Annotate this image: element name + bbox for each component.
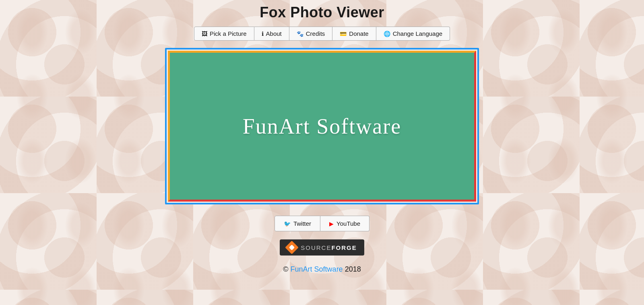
sourceforge-badge[interactable]: SOURCEFORGE — [280, 239, 364, 256]
pick-picture-button[interactable]: 🖼 Pick a Picture — [194, 27, 254, 41]
company-link[interactable]: FunArt Software — [291, 265, 345, 273]
info-icon: ℹ — [262, 31, 264, 37]
sourceforge-label: SOURCEFORGE — [301, 244, 357, 251]
image-display-outer: FunArt Software — [165, 48, 479, 204]
donate-button[interactable]: 💳 Donate — [332, 27, 376, 41]
credits-button[interactable]: 🐾 Credits — [289, 27, 333, 41]
about-label: About — [266, 30, 282, 37]
change-language-button[interactable]: 🌐 Change Language — [376, 27, 450, 41]
footer-copyright: © FunArt Software 2018 — [283, 265, 361, 274]
twitter-label: Twitter — [293, 220, 311, 227]
toolbar: 🖼 Pick a Picture ℹ About 🐾 Credits 💳 Don… — [194, 27, 450, 41]
youtube-label: YouTube — [336, 220, 360, 227]
about-button[interactable]: ℹ About — [254, 27, 289, 41]
credits-label: Credits — [306, 30, 325, 37]
sf-forge-text: FORGE — [331, 244, 357, 251]
change-language-label: Change Language — [393, 30, 442, 37]
funart-logo: FunArt Software — [243, 114, 401, 139]
paw-icon: 🐾 — [297, 31, 303, 37]
donate-icon: 💳 — [340, 31, 347, 37]
page-wrapper: Fox Photo Viewer 🖼 Pick a Picture ℹ Abou… — [0, 0, 644, 305]
youtube-button[interactable]: ▶ YouTube — [320, 216, 369, 231]
copyright-symbol: © — [283, 265, 288, 273]
picture-icon: 🖼 — [202, 31, 207, 37]
image-display-inner: FunArt Software — [168, 51, 476, 202]
footer-year: 2018 — [345, 265, 361, 273]
sourceforge-diamond-icon — [285, 241, 299, 254]
app-title: Fox Photo Viewer — [260, 4, 384, 21]
social-row: 🐦 Twitter ▶ YouTube — [275, 216, 369, 231]
pick-picture-label: Pick a Picture — [210, 30, 247, 37]
donate-label: Donate — [349, 30, 368, 37]
youtube-icon: ▶ — [329, 221, 334, 227]
sf-source-text: SOURCE — [301, 244, 331, 251]
sourceforge-inner-diamond — [289, 245, 295, 250]
language-icon: 🌐 — [384, 31, 390, 37]
twitter-icon: 🐦 — [284, 221, 291, 227]
twitter-button[interactable]: 🐦 Twitter — [275, 216, 320, 231]
company-name: FunArt Software — [291, 265, 343, 273]
